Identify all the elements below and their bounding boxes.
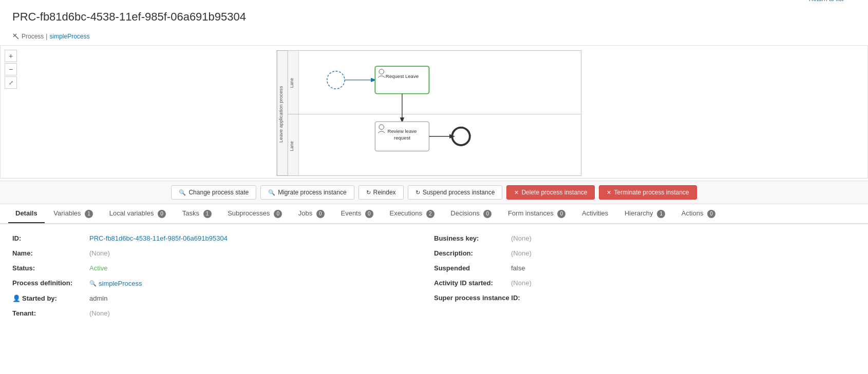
zoom-out-button[interactable]: − <box>5 63 17 75</box>
header-row: PRC-fb81d6bc-4538-11ef-985f-06a691b95304… <box>0 0 868 30</box>
status-label: Status: <box>12 264 89 272</box>
detail-tenant: Tenant: (None) <box>12 309 413 317</box>
started-by-label: 👤Started by: <box>12 294 89 302</box>
activity-id-label: Activity ID started: <box>434 279 511 287</box>
id-label: ID: <box>12 234 89 242</box>
business-key-label: Business key: <box>434 234 511 242</box>
task2-label: Review leave <box>387 128 417 134</box>
change-state-label: Change process state <box>188 189 249 196</box>
diagram-container: + − ⤢ Leave application process Lane Lan… <box>0 45 868 179</box>
change-state-button[interactable]: 🔍 Change process state <box>171 185 256 200</box>
id-value[interactable]: PRC-fb81d6bc-4538-11ef-985f-06a691b95304 <box>89 234 228 242</box>
terminate-button[interactable]: ✕ Terminate process instance <box>599 185 696 200</box>
name-value: (None) <box>89 249 110 257</box>
process-def-label: Process definition: <box>12 279 89 287</box>
breadcrumb-separator: | <box>46 33 47 40</box>
tab-executions-badge: 2 <box>426 210 435 218</box>
breadcrumb-link[interactable]: simpleProcess <box>49 33 89 40</box>
detail-name: Name: (None) <box>12 249 413 257</box>
details-left-col: ID: PRC-fb81d6bc-4538-11ef-985f-06a691b9… <box>12 234 434 324</box>
detail-started-by: 👤Started by: admin <box>12 294 413 302</box>
description-value: (None) <box>511 249 532 257</box>
tab-variables[interactable]: Variables 1 <box>46 204 100 224</box>
tab-local-variables-badge: 0 <box>158 210 166 218</box>
detail-description: Description: (None) <box>434 249 835 257</box>
svg-rect-4 <box>288 51 581 114</box>
detail-status: Status: Active <box>12 264 413 272</box>
return-to-list-link[interactable]: ← Return to list <box>801 0 843 3</box>
terminate-label: Terminate process instance <box>614 189 689 196</box>
reindex-icon: ↻ <box>366 189 371 196</box>
terminate-icon: ✕ <box>607 189 611 196</box>
process-def-value[interactable]: simpleProcess <box>99 280 142 287</box>
tab-tasks-badge: 1 <box>203 210 212 218</box>
tab-events[interactable]: Events 0 <box>333 204 380 224</box>
user-icon: 👤 <box>12 294 21 302</box>
breadcrumb: Process | simpleProcess <box>0 30 868 43</box>
tab-subprocesses-badge: 0 <box>274 210 282 218</box>
tab-actions[interactable]: Actions 0 <box>674 204 723 224</box>
zoom-fit-button[interactable]: ⤢ <box>5 76 17 89</box>
tab-decisions[interactable]: Decisions 0 <box>443 204 499 224</box>
details-grid: ID: PRC-fb81d6bc-4538-11ef-985f-06a691b9… <box>12 234 856 324</box>
reindex-button[interactable]: ↻ Reindex <box>358 185 404 200</box>
delete-label: Delete process instance <box>521 189 587 196</box>
tab-form-instances-badge: 0 <box>557 210 565 218</box>
tenant-label: Tenant: <box>12 309 89 317</box>
task2-label2: request <box>394 135 410 141</box>
started-by-value: admin <box>89 294 107 302</box>
action-toolbar: 🔍 Change process state 🔍 Migrate process… <box>0 181 868 204</box>
pool-label: Leave application process <box>278 86 284 143</box>
super-process-label: Super process instance ID: <box>434 294 520 302</box>
suspend-button[interactable]: ↻ Suspend process instance <box>408 185 503 200</box>
suspend-icon: ↻ <box>416 189 420 196</box>
tab-actions-badge: 0 <box>707 210 715 218</box>
migrate-search-icon: 🔍 <box>268 189 275 196</box>
svg-rect-6 <box>288 114 581 175</box>
tab-details[interactable]: Details <box>8 204 45 223</box>
tab-hierarchy-badge: 1 <box>657 210 665 218</box>
process-def-search-icon: 🔍 <box>89 280 97 287</box>
detail-process-def: Process definition: 🔍 simpleProcess <box>12 279 413 287</box>
page-title: PRC-fb81d6bc-4538-11ef-985f-06a691b95304 <box>12 10 246 24</box>
tenant-value: (None) <box>89 309 110 317</box>
tab-tasks[interactable]: Tasks 1 <box>175 204 219 224</box>
tab-executions[interactable]: Executions 2 <box>382 204 441 224</box>
tab-jobs[interactable]: Jobs 0 <box>291 204 332 224</box>
name-label: Name: <box>12 249 89 257</box>
tab-form-instances[interactable]: Form instances 0 <box>501 204 573 224</box>
detail-activity-id: Activity ID started: (None) <box>434 279 835 287</box>
description-label: Description: <box>434 249 511 257</box>
status-value: Active <box>89 264 107 272</box>
activity-id-value: (None) <box>511 279 532 287</box>
tab-hierarchy[interactable]: Hierarchy 1 <box>617 204 672 224</box>
tab-events-badge: 0 <box>365 210 373 218</box>
migrate-button[interactable]: 🔍 Migrate process instance <box>260 185 354 200</box>
lane1-label: Lane <box>289 78 294 88</box>
detail-business-key: Business key: (None) <box>434 234 835 242</box>
tab-variables-badge: 1 <box>85 210 93 218</box>
details-panel: ID: PRC-fb81d6bc-4538-11ef-985f-06a691b9… <box>0 224 868 334</box>
business-key-value: (None) <box>511 234 532 242</box>
detail-super-process: Super process instance ID: <box>434 294 835 302</box>
migrate-label: Migrate process instance <box>278 189 346 196</box>
tab-subprocesses[interactable]: Subprocesses 0 <box>220 204 289 224</box>
suspend-label: Suspend process instance <box>423 189 495 196</box>
details-right-col: Business key: (None) Description: (None)… <box>434 234 856 324</box>
tab-local-variables[interactable]: Local variables 0 <box>102 204 173 224</box>
tab-activities[interactable]: Activities <box>575 204 615 223</box>
page-container: PRC-fb81d6bc-4538-11ef-985f-06a691b95304… <box>0 0 868 374</box>
delete-icon: ✕ <box>514 189 519 196</box>
return-link-container: ← Return to list <box>801 0 856 3</box>
suspended-label: Suspended <box>434 264 511 272</box>
tab-jobs-badge: 0 <box>316 210 325 218</box>
reindex-label: Reindex <box>373 189 396 196</box>
suspended-value: false <box>511 264 525 272</box>
lane2-label: Lane <box>289 141 294 151</box>
delete-button[interactable]: ✕ Delete process instance <box>506 185 595 200</box>
task1-label: Request Leave <box>386 73 419 79</box>
svg-rect-10 <box>375 66 429 94</box>
expand-icon[interactable] <box>12 33 20 40</box>
tab-decisions-badge: 0 <box>483 210 492 218</box>
zoom-in-button[interactable]: + <box>5 50 17 62</box>
